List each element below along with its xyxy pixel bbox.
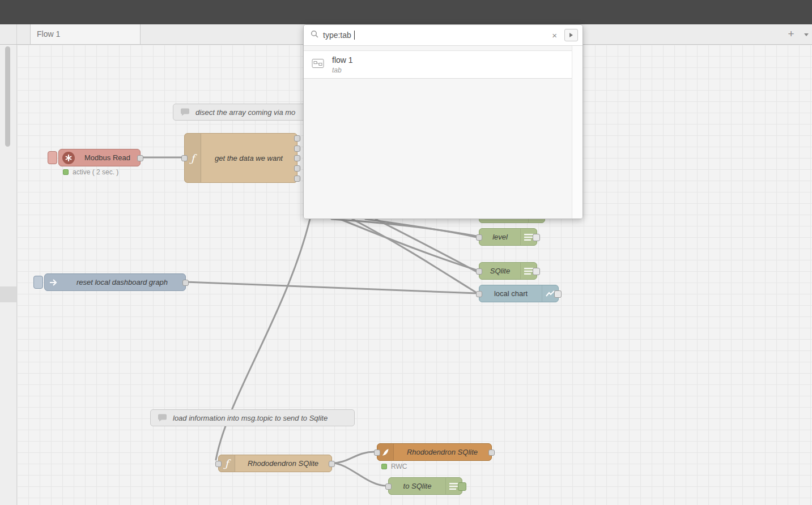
node-status: RWC xyxy=(381,463,407,470)
down-caret-icon xyxy=(804,33,809,36)
output-port[interactable] xyxy=(533,268,540,275)
status-text: RWC xyxy=(391,463,407,470)
node-red-editor: Flow 1 + disect the array coming via mo xyxy=(0,0,812,505)
search-result-flow1[interactable]: flow 1 tab xyxy=(304,50,572,79)
output-port-5[interactable] xyxy=(294,176,300,182)
output-port[interactable] xyxy=(488,450,495,456)
search-results: flow 1 tab xyxy=(304,46,583,219)
status-dot-icon xyxy=(63,169,69,175)
input-port[interactable] xyxy=(385,483,392,490)
tab-label: Flow 1 xyxy=(31,24,140,44)
modbus-icon xyxy=(62,152,75,164)
search-query: type:tab xyxy=(323,31,351,40)
text-cursor xyxy=(354,31,355,40)
output-port-2[interactable] xyxy=(294,145,300,152)
search-bar[interactable]: type:tab × xyxy=(304,25,583,46)
comment-text: disect the array coming via mo xyxy=(195,108,295,117)
node-button[interactable] xyxy=(48,151,57,164)
comment-node-load-info[interactable]: load information into msg.topic to send … xyxy=(150,409,355,426)
output-port[interactable] xyxy=(554,290,562,298)
scrollbar-thumb[interactable] xyxy=(5,46,10,147)
tabbar-left-spacer xyxy=(0,24,17,44)
node-modbus-read[interactable]: Modbus Read active ( 2 sec. ) xyxy=(58,149,141,166)
output-port-4[interactable] xyxy=(294,165,300,172)
node-label: get the data we want xyxy=(185,154,297,162)
input-port[interactable] xyxy=(476,291,482,297)
node-to-sqlite[interactable]: to SQlite xyxy=(388,477,462,495)
result-text: flow 1 tab xyxy=(332,55,353,74)
tab-flow-1[interactable]: Flow 1 xyxy=(30,24,141,44)
output-port[interactable] xyxy=(182,280,189,286)
node-function-rhododendron[interactable]: ƒ Rhododendron SQlite xyxy=(218,455,332,472)
node-local-chart[interactable]: local chart xyxy=(479,285,559,302)
output-port-1[interactable] xyxy=(294,135,300,142)
comment-icon xyxy=(158,413,168,422)
status-text: active ( 2 sec. ) xyxy=(73,168,118,176)
clear-search-button[interactable]: × xyxy=(549,31,560,40)
tab-menu-button[interactable] xyxy=(801,24,812,44)
right-caret-icon xyxy=(569,32,573,38)
result-title: flow 1 xyxy=(332,55,353,65)
node-label: Rhododendron SQlite xyxy=(377,448,491,456)
search-options-button[interactable] xyxy=(564,29,578,41)
results-scrollbar-track[interactable] xyxy=(572,46,583,219)
palette-block xyxy=(0,286,16,302)
node-status: active ( 2 sec. ) xyxy=(63,168,118,176)
input-port[interactable] xyxy=(215,461,222,467)
status-dot-icon xyxy=(381,464,387,469)
node-sqlite[interactable]: SQlite xyxy=(479,262,537,280)
node-reset-dashboard-graph[interactable]: reset local dashboard graph xyxy=(44,273,186,291)
header-bar xyxy=(0,0,812,24)
comment-text: load information into msg.topic to send … xyxy=(173,414,328,422)
node-label: Modbus Read xyxy=(75,153,140,162)
inject-arrow-icon xyxy=(49,278,59,287)
input-port[interactable] xyxy=(374,450,380,456)
output-port-3[interactable] xyxy=(294,155,300,161)
node-rhododendron-sqlite[interactable]: Rhododendron SQlite RWC xyxy=(377,443,492,461)
input-port[interactable] xyxy=(181,155,188,161)
output-port[interactable] xyxy=(458,482,466,491)
node-level[interactable]: level xyxy=(479,228,537,246)
inject-button[interactable] xyxy=(33,276,43,289)
add-tab-button[interactable]: + xyxy=(784,24,798,44)
palette-strip xyxy=(0,45,17,505)
comment-icon xyxy=(180,108,190,117)
output-port[interactable] xyxy=(533,234,540,241)
input-port[interactable] xyxy=(476,234,482,241)
output-port[interactable] xyxy=(137,155,143,161)
result-subtitle: tab xyxy=(332,66,353,74)
comment-node-disect-array[interactable]: disect the array coming via mo xyxy=(173,104,314,121)
node-function-get-data[interactable]: ƒ get the data we want xyxy=(184,133,297,183)
node-label: Rhododendron SQlite xyxy=(219,459,331,468)
node-label: reset local dashboard graph xyxy=(59,278,185,286)
flow-tab-icon xyxy=(312,58,324,71)
input-port[interactable] xyxy=(476,268,482,275)
search-dialog: type:tab × flow 1 tab xyxy=(303,24,583,219)
output-port[interactable] xyxy=(329,461,335,467)
search-icon xyxy=(311,30,318,40)
search-input[interactable]: type:tab xyxy=(323,31,545,40)
